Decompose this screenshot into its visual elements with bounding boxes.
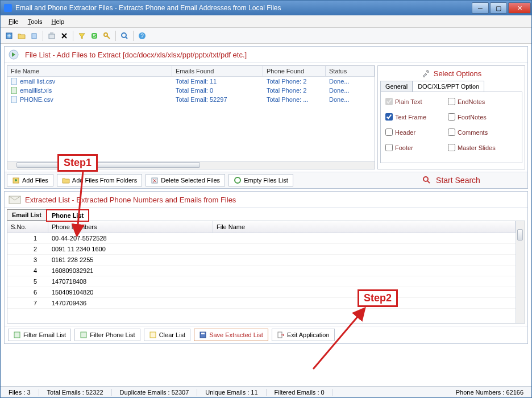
tb-skype-icon[interactable]: S: [89, 31, 99, 41]
envelope-icon: [8, 194, 22, 205]
svg-text:?: ?: [140, 33, 144, 39]
exit-icon: [277, 331, 285, 339]
status-bar: Files : 3 Total Emails : 52322 Duplicate…: [1, 386, 531, 397]
filter-email-button[interactable]: Filter Email List: [8, 329, 71, 341]
grid-body[interactable]: 100-44-207-5572528 20091 11 2340 1600 30…: [7, 233, 516, 323]
grid-row[interactable]: 71470709436: [7, 298, 516, 309]
grid-row[interactable]: 51470718408: [7, 276, 516, 287]
tab-email-list[interactable]: Email List: [7, 209, 47, 221]
menu-file[interactable]: File: [4, 17, 23, 26]
grid-row[interactable]: 30161 228 2255: [7, 255, 516, 266]
svg-rect-18: [14, 332, 20, 338]
file-row[interactable]: emaillist.xls Total Email: 0 Total Phone…: [7, 86, 375, 95]
filter-phone-button[interactable]: Filter Phone List: [74, 329, 140, 341]
clear-list-button[interactable]: Clear List: [144, 329, 190, 341]
svg-rect-20: [150, 332, 156, 338]
tb-delete-icon[interactable]: [47, 31, 57, 41]
file-row[interactable]: email list.csv Total Email: 11 Total Pho…: [7, 77, 375, 86]
search-icon: [422, 176, 431, 185]
col-phone-numbers[interactable]: Phone Numbers: [48, 221, 213, 233]
clear-icon: [149, 331, 157, 339]
chk-textframe[interactable]: Text Frame: [385, 113, 448, 121]
filter-icon: [80, 331, 88, 339]
svg-rect-11: [11, 87, 16, 94]
tb-filter-icon[interactable]: [77, 31, 87, 41]
chk-endnotes[interactable]: EndNotes: [448, 98, 485, 105]
status-unique-emails: Unique Emails : 11: [197, 389, 266, 396]
start-search-button[interactable]: Start Search: [377, 174, 525, 186]
col-status[interactable]: Status: [326, 66, 375, 76]
save-extracted-button[interactable]: Save Extracted List: [194, 329, 268, 341]
tb-x-icon[interactable]: [59, 31, 69, 41]
tb-help-icon[interactable]: ?: [137, 31, 147, 41]
file-phone: Total Phone: ...: [263, 95, 326, 104]
delete-files-button[interactable]: Delete Selected Files: [146, 174, 225, 186]
folder-icon: [62, 176, 70, 184]
col-phone[interactable]: Phone Found: [263, 66, 326, 76]
tb-search-icon[interactable]: [119, 31, 130, 41]
arrow-right-icon: [8, 49, 22, 60]
grid-row[interactable]: 20091 11 2340 1600: [7, 244, 516, 255]
status-total-emails: Total Emails : 52322: [39, 389, 112, 396]
extracted-grid: S.No. Phone Numbers File Name 100-44-207…: [7, 221, 525, 324]
tab-doc-option[interactable]: DOC/XLS/PPT Option: [413, 81, 484, 92]
tb-add-icon[interactable]: [4, 31, 14, 41]
file-status: Done...: [326, 86, 352, 95]
col-emails[interactable]: Emails Found: [172, 66, 263, 76]
horizontal-scrollbar[interactable]: [7, 161, 375, 169]
tb-copy-icon[interactable]: [29, 31, 39, 41]
col-file-name[interactable]: File Name: [213, 221, 516, 233]
status-files: Files : 3: [1, 389, 39, 396]
file-xls-icon: [11, 87, 18, 94]
app-icon: [4, 4, 12, 12]
file-emails: Total Email: 52297: [172, 95, 263, 104]
grid-row[interactable]: 100-44-207-5572528: [7, 233, 516, 244]
exit-button[interactable]: Exit Application: [272, 329, 335, 341]
status-filtered-emails: Filtered Emails : 0: [267, 389, 333, 396]
file-name: email list.csv: [20, 78, 55, 85]
chk-comments[interactable]: Comments: [448, 128, 488, 136]
file-table-body[interactable]: email list.csv Total Email: 11 Total Pho…: [7, 77, 375, 161]
file-list-panel: File List - Add Files to Extract [doc/do…: [4, 46, 528, 189]
svg-rect-22: [201, 333, 205, 334]
window-controls: ─ ▢ ✕: [471, 1, 531, 15]
file-emails: Total Email: 11: [172, 77, 263, 86]
file-table-head: File Name Emails Found Phone Found Statu…: [7, 66, 375, 77]
grid-row[interactable]: 4160809032921: [7, 266, 516, 276]
tools-icon: [421, 68, 431, 78]
file-row[interactable]: PHONE.csv Total Email: 52297 Total Phone…: [7, 95, 375, 104]
tab-general[interactable]: General: [380, 81, 413, 92]
delete-icon: [151, 176, 159, 184]
close-button[interactable]: ✕: [508, 2, 531, 14]
minimize-button[interactable]: ─: [472, 2, 489, 14]
add-folder-button[interactable]: Add Files From Folders: [57, 174, 142, 186]
tb-folder-icon[interactable]: [16, 31, 27, 41]
chk-plaintext[interactable]: Plain Text: [385, 98, 448, 105]
grid-row[interactable]: 6150409104820: [7, 287, 516, 298]
add-files-button[interactable]: Add Files: [7, 174, 53, 186]
col-filename[interactable]: File Name: [7, 66, 172, 76]
chk-footer[interactable]: Footer: [385, 144, 448, 151]
save-icon: [199, 331, 207, 339]
tb-key-icon[interactable]: [102, 31, 112, 41]
vertical-scrollbar[interactable]: [516, 221, 525, 323]
file-status: Done...: [326, 77, 352, 86]
svg-rect-1: [32, 34, 36, 39]
empty-icon: [234, 176, 242, 184]
menu-help[interactable]: Help: [47, 17, 69, 26]
svg-rect-12: [11, 96, 16, 103]
svg-rect-10: [11, 78, 16, 85]
tab-phone-list[interactable]: Phone List: [47, 210, 89, 221]
title-bar: Email and Phone Extractor Files - Extrac…: [1, 1, 531, 15]
chk-footnotes[interactable]: FootNotes: [448, 113, 487, 121]
chk-masterslides[interactable]: Master Slides: [448, 144, 496, 151]
empty-list-button[interactable]: Empty Files List: [228, 174, 293, 186]
status-phone-numbers: Phone Numbers : 62166: [448, 389, 531, 396]
extracted-title: Extracted List - Extracted Phone Numbers…: [25, 196, 236, 204]
col-sno[interactable]: S.No.: [7, 221, 48, 233]
chk-header[interactable]: Header: [385, 128, 448, 136]
menu-tools[interactable]: Tools: [23, 17, 47, 26]
maximize-button[interactable]: ▢: [490, 2, 507, 14]
options-body: Plain Text EndNotes Text Frame FootNotes…: [380, 92, 522, 163]
file-status: Done...: [326, 95, 352, 104]
